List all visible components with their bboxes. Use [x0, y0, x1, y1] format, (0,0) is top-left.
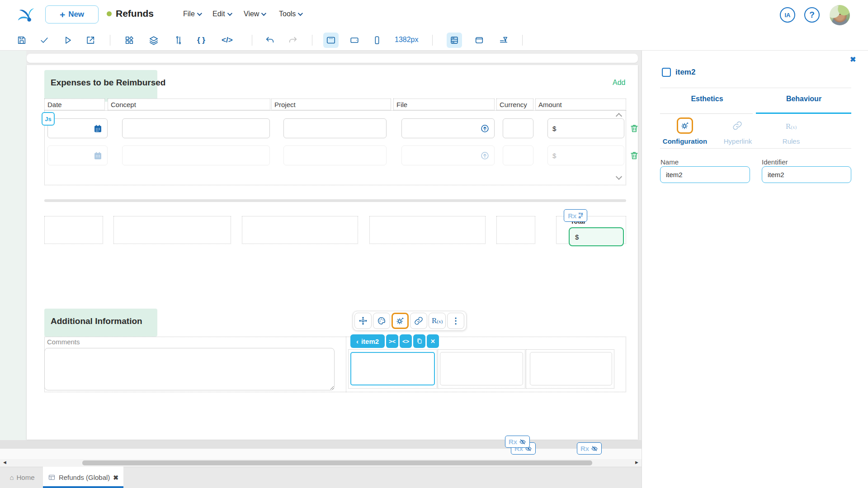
menu-file[interactable]: File — [183, 10, 201, 18]
currency-input[interactable] — [503, 145, 533, 165]
total-input[interactable]: $ — [569, 227, 624, 246]
phone-view-icon[interactable] — [369, 33, 385, 48]
copy-icon — [416, 338, 423, 345]
empty-widget-box[interactable] — [530, 352, 612, 385]
layers-icon[interactable] — [146, 33, 161, 48]
concept-input[interactable] — [122, 145, 270, 165]
funnel-align-icon[interactable] — [496, 33, 511, 48]
menu-view[interactable]: View — [244, 10, 265, 18]
style-palette-button[interactable] — [373, 313, 390, 329]
scroll-down-icon[interactable] — [617, 174, 624, 179]
undo-icon[interactable] — [262, 33, 278, 48]
menu-edit-label: Edit — [212, 10, 225, 18]
grid-cell[interactable] — [242, 216, 358, 244]
hyperlink-button[interactable] — [410, 313, 427, 329]
move-widget-button[interactable] — [354, 313, 372, 329]
hidden-field-rx-badge[interactable]: Rx — [577, 442, 602, 455]
save-icon[interactable] — [14, 33, 29, 48]
amount-input[interactable]: $ — [547, 145, 624, 165]
braces-icon[interactable]: { } — [197, 33, 205, 48]
delete-row-icon[interactable] — [629, 150, 639, 162]
help-button[interactable]: ? — [804, 7, 820, 23]
grid-cell[interactable] — [44, 216, 103, 244]
identifier-input[interactable] — [762, 166, 851, 183]
grid-cell[interactable] — [113, 216, 231, 244]
form-layout-icon[interactable] — [447, 33, 462, 48]
app-logo[interactable] — [16, 5, 35, 26]
validate-check-icon[interactable] — [37, 33, 52, 48]
date-input[interactable] — [47, 145, 108, 165]
collapse-widget-button[interactable]: >< — [386, 334, 398, 348]
menu-edit[interactable]: Edit — [212, 10, 231, 18]
selected-widget-button[interactable]: ‹ item2 — [350, 334, 385, 348]
widgets-grid-icon[interactable] — [122, 33, 137, 48]
scroll-left-arrow[interactable]: ◄ — [2, 460, 7, 465]
concept-input[interactable] — [122, 118, 270, 138]
tab-close-icon[interactable]: ✖ — [113, 474, 118, 481]
formula-rx-badge[interactable]: Rx =xa" — [564, 209, 587, 222]
more-options-button[interactable]: ⋮ — [447, 313, 464, 329]
tablet-view-icon[interactable] — [347, 33, 362, 48]
configuration-gear-icon[interactable] — [677, 117, 693, 134]
delete-widget-button[interactable]: ✕ — [427, 334, 439, 348]
project-input[interactable] — [283, 118, 387, 138]
scroll-right-arrow[interactable]: ► — [634, 460, 639, 465]
column-header-currency: Currency — [496, 99, 533, 110]
code-widget-button[interactable]: <> — [400, 334, 412, 348]
scroll-up-icon[interactable] — [617, 112, 624, 117]
rules-rx-icon[interactable]: R(x) — [781, 122, 801, 131]
tab-home[interactable]: ⌂ Home — [5, 467, 40, 488]
panel-close-icon[interactable]: ✖ — [850, 55, 856, 64]
desktop-view-icon[interactable] — [323, 33, 339, 48]
subtab-rules[interactable]: Rules — [769, 137, 814, 145]
expenses-section-title: Expenses to be Reimbursed — [51, 78, 165, 88]
calendar-icon[interactable] — [93, 124, 103, 133]
item-checkbox[interactable] — [662, 68, 671, 77]
file-input[interactable] — [401, 145, 495, 165]
js-script-badge[interactable]: Js — [42, 112, 55, 126]
amount-input[interactable]: $ — [547, 118, 624, 138]
user-avatar[interactable] — [830, 5, 850, 25]
flow-connections-icon[interactable] — [171, 33, 186, 48]
file-input[interactable] — [401, 118, 495, 138]
chevron-down-icon — [298, 11, 303, 16]
hyperlink-icon[interactable] — [732, 120, 743, 133]
name-input[interactable] — [660, 166, 750, 183]
date-input[interactable] — [47, 118, 108, 138]
comments-textarea[interactable] — [44, 348, 335, 390]
export-icon[interactable] — [83, 33, 98, 48]
braces-glyph: { } — [197, 36, 205, 45]
project-input[interactable] — [283, 145, 387, 165]
add-row-link[interactable]: Add — [613, 79, 625, 87]
item2-widget-box[interactable] — [350, 352, 435, 385]
properties-panel: ✖ item2 Esthetics Behaviour Configuratio… — [642, 51, 868, 488]
upload-icon[interactable] — [480, 124, 490, 133]
tab-behaviour[interactable]: Behaviour — [763, 95, 844, 103]
configuration-gear-button[interactable] — [392, 313, 409, 329]
window-icon[interactable] — [472, 33, 487, 48]
play-preview-icon[interactable] — [60, 33, 75, 48]
grid-cell[interactable] — [496, 216, 535, 244]
currency-input[interactable] — [503, 118, 533, 138]
delete-row-icon[interactable] — [629, 123, 639, 135]
tab-esthetics[interactable]: Esthetics — [671, 95, 743, 103]
subtab-hyperlink[interactable]: Hyperlink — [715, 137, 760, 145]
rules-rx-button[interactable]: R(x) — [429, 313, 446, 329]
close-icon: ✕ — [430, 338, 435, 345]
toolbar-divider — [432, 35, 433, 46]
duplicate-widget-button[interactable] — [413, 334, 425, 348]
grid-cell[interactable] — [369, 216, 486, 244]
hidden-field-rx-badge[interactable]: Rx — [505, 436, 530, 448]
menu-tools[interactable]: Tools — [279, 10, 302, 18]
ia-badge[interactable]: IA — [780, 7, 795, 23]
redo-icon[interactable] — [285, 33, 301, 48]
new-button[interactable]: + New — [45, 5, 99, 23]
code-icon[interactable]: </> — [222, 33, 233, 48]
chevron-left-icon: ‹ — [356, 338, 359, 345]
status-dot — [107, 11, 112, 16]
empty-widget-box[interactable] — [440, 352, 523, 385]
tab-refunds-global[interactable]: Refunds (Global) ✖ — [43, 467, 123, 488]
subtab-configuration[interactable]: Configuration — [657, 137, 713, 145]
panel-divider — [660, 148, 851, 149]
scrollbar-thumb[interactable] — [82, 460, 592, 465]
